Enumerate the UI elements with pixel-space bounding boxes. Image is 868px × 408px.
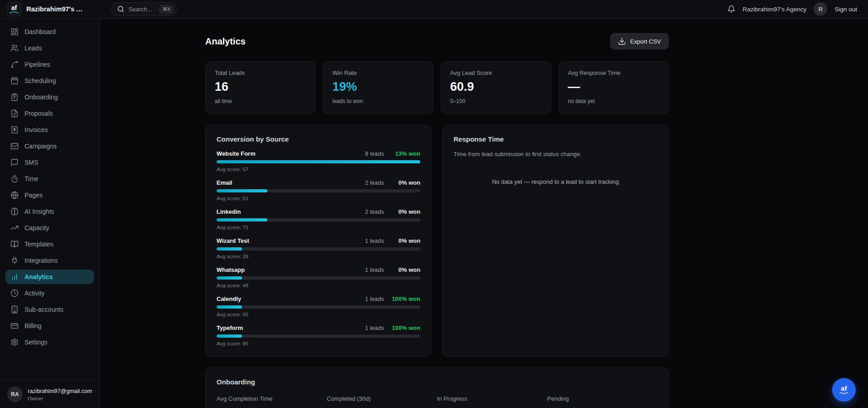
app-logo[interactable]: af (7, 2, 21, 16)
source-bar-fill (217, 334, 242, 338)
source-bar-fill (217, 160, 420, 163)
sidebar-item-time[interactable]: Time (5, 172, 94, 186)
source-row: Typeform 1 leads 100% won Avg score: 85 (217, 324, 420, 346)
source-leads-count: 1 leads (365, 237, 384, 244)
sidebar-item-label: Onboarding (25, 93, 58, 101)
stat-card-total-leads: Total Leads 16 all time (205, 61, 316, 114)
user-avatar-button[interactable]: R (814, 2, 827, 16)
source-bar-fill (217, 218, 267, 221)
sidebar-item-onboarding[interactable]: Onboarding (5, 90, 94, 104)
stat-subtext: 0–100 (450, 98, 542, 104)
stat-value: 19% (332, 80, 424, 94)
calendar-icon (10, 77, 19, 85)
assistant-fab-button[interactable]: af (832, 378, 856, 402)
sidebar-item-capacity[interactable]: Capacity (5, 221, 94, 235)
sidebar-nav: Dashboard Leads Pipelines Scheduling Onb… (0, 19, 99, 380)
stat-value: 60.9 (450, 80, 542, 94)
sidebar-item-label: AI Insights (25, 208, 54, 215)
source-bar-track (217, 189, 420, 192)
timer-icon (10, 175, 19, 183)
sidebar-item-analytics[interactable]: Analytics (5, 270, 94, 284)
source-avg-score: Avg score: 61 (217, 196, 420, 201)
onboarding-metric-label: In Progress (437, 395, 547, 402)
dashboard-icon (10, 28, 19, 36)
sidebar-item-label: Settings (25, 339, 48, 346)
stat-value: 16 (215, 80, 306, 94)
source-row: Calendly 1 leads 100% won Avg score: 95 (217, 295, 420, 317)
source-won-rate: 0% won (390, 179, 420, 186)
onboarding-metric-completed-30d: Completed (30d) 0 in the last 30 days (327, 395, 437, 408)
sidebar-item-label: SMS (25, 159, 38, 166)
sidebar-item-label: Analytics (25, 273, 53, 280)
sign-out-button[interactable]: Sign out (834, 6, 857, 13)
sidebar: Dashboard Leads Pipelines Scheduling Onb… (0, 19, 100, 408)
sidebar-item-billing[interactable]: Billing (5, 319, 94, 333)
users-icon (10, 44, 19, 52)
sidebar-item-pipelines[interactable]: Pipelines (5, 57, 94, 72)
source-row: Email 2 leads 0% won Avg score: 61 (217, 179, 420, 201)
clock-icon (10, 289, 19, 297)
sidebar-item-leads[interactable]: Leads (5, 41, 94, 55)
response-time-subtitle: Time from lead submission to first statu… (454, 151, 657, 157)
search-bar[interactable]: ⌘K (111, 2, 177, 16)
source-won-rate: 0% won (390, 237, 420, 244)
source-avg-score: Avg score: 26 (217, 254, 420, 259)
sidebar-item-proposals[interactable]: Proposals (5, 106, 94, 121)
sidebar-item-label: Campaigns (25, 143, 57, 150)
bell-icon (727, 5, 735, 13)
sidebar-item-sub-accounts[interactable]: Sub-accounts (5, 302, 94, 317)
notifications-button[interactable] (727, 5, 735, 13)
sidebar-item-pages[interactable]: Pages (5, 188, 94, 202)
source-row: Whatsapp 1 leads 0% won Avg score: 48 (217, 266, 420, 288)
search-shortcut-badge: ⌘K (159, 5, 174, 14)
source-leads-count: 2 leads (365, 179, 384, 186)
stat-label: Total Leads (215, 69, 306, 76)
sidebar-item-integrations[interactable]: Integrations (5, 253, 94, 268)
sidebar-item-label: Integrations (25, 257, 58, 264)
page-title: Analytics (205, 36, 246, 47)
sidebar-item-label: Leads (25, 44, 42, 52)
main-area: Analytics Export CSV Total Leads 16 all … (100, 19, 868, 408)
fab-wave-icon (839, 392, 848, 394)
sidebar-item-activity[interactable]: Activity (5, 286, 94, 300)
search-input[interactable] (128, 6, 156, 13)
source-name: Linkedin (217, 208, 365, 215)
response-time-panel: Response Time Time from lead submission … (442, 125, 669, 357)
receipt-icon (10, 126, 19, 134)
sidebar-item-label: Billing (25, 322, 41, 329)
source-row: Linkedin 2 leads 0% won Avg score: 71 (217, 208, 420, 230)
stat-card-avg-lead-score: Avg Lead Score 60.9 0–100 (441, 61, 551, 114)
sidebar-item-templates[interactable]: Templates (5, 237, 94, 251)
download-icon (618, 37, 626, 45)
sidebar-item-campaigns[interactable]: Campaigns (5, 139, 94, 153)
sidebar-item-label: Activity (25, 290, 44, 297)
sidebar-item-label: Time (25, 175, 39, 182)
onboarding-panel: Onboarding Avg Completion Time — days fr… (205, 368, 669, 408)
sidebar-item-settings[interactable]: Settings (5, 335, 94, 349)
conversion-by-source-panel: Conversion by Source Website Form 8 lead… (205, 125, 432, 357)
source-avg-score: Avg score: 71 (217, 225, 420, 230)
file-text-icon (10, 109, 19, 118)
source-bar-track (217, 160, 420, 163)
source-bar-track (217, 276, 420, 280)
source-bar-track (217, 334, 420, 338)
export-csv-button[interactable]: Export CSV (610, 33, 669, 49)
onboarding-metric-pending: Pending 0 not started yet (547, 395, 657, 408)
source-row: Wizard Test 1 leads 0% won Avg score: 26 (217, 237, 420, 259)
user-role: Owner (28, 396, 92, 401)
sidebar-item-invoices[interactable]: Invoices (5, 123, 94, 137)
brand-area: af Razibrahim97's Agency (0, 2, 100, 16)
onboarding-metric-label: Completed (30d) (327, 395, 437, 402)
stat-card-avg-response-time: Avg Response Time — no data yet (558, 61, 669, 114)
mail-icon (10, 142, 19, 150)
building-icon (10, 305, 19, 314)
sidebar-item-scheduling[interactable]: Scheduling (5, 74, 94, 88)
onboarding-metric-label: Pending (547, 395, 657, 402)
sidebar-item-ai-insights[interactable]: AI Insights (5, 204, 94, 219)
topbar-right: Razibrahim97's Agency R Sign out (727, 2, 868, 16)
sidebar-item-dashboard[interactable]: Dashboard (5, 25, 94, 39)
sidebar-item-sms[interactable]: SMS (5, 155, 94, 170)
stat-label: Avg Lead Score (450, 69, 542, 76)
sidebar-item-label: Dashboard (25, 28, 56, 35)
sidebar-user-section[interactable]: RA razibrahim97@gmail.com Owner (0, 380, 99, 408)
